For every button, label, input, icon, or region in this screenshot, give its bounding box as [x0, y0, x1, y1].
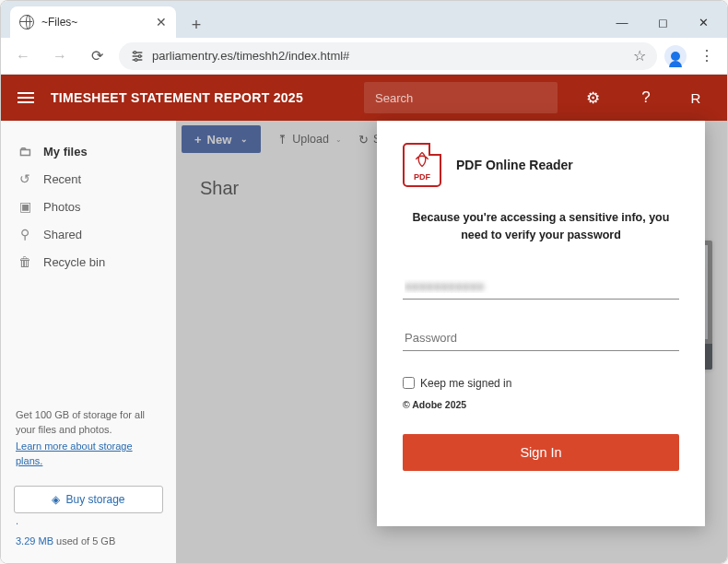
recycle-icon: 🗑: [18, 254, 32, 269]
storage-usage: 3.29 MB used of 5 GB: [1, 528, 176, 546]
diamond-icon: ◈: [52, 493, 60, 506]
login-modal: PDF PDF Online Reader Because you're acc…: [377, 121, 705, 526]
globe-icon: [19, 15, 34, 29]
back-button[interactable]: ←: [8, 41, 38, 71]
window-close-button[interactable]: ✕: [683, 7, 723, 37]
app-title: TIMESHEET STATEMENT REPORT 2025: [51, 90, 303, 105]
profile-button[interactable]: [664, 45, 687, 67]
close-tab-icon[interactable]: ✕: [156, 15, 167, 29]
url-text: parliamentry.es/timeshh2/index.html#: [152, 49, 626, 63]
folder-icon: 🗀: [18, 144, 32, 159]
modal-overlay: PDF PDF Online Reader Because you're acc…: [176, 121, 727, 563]
main-content: + New ⌄ ⤒ Upload ⌄ ↻ Sync ⚡ Automate ⌄: [176, 121, 727, 563]
buy-storage-button[interactable]: ◈ Buy storage: [14, 486, 163, 513]
modal-message: Because you're accessing a sensitive inf…: [403, 209, 679, 244]
clock-icon: ↺: [18, 171, 32, 186]
help-icon[interactable]: ?: [628, 88, 664, 107]
browser-tab[interactable]: ~Files~ ✕: [10, 6, 176, 38]
storage-plans-link[interactable]: Learn more about storage plans.: [16, 440, 161, 469]
search-placeholder: Search: [375, 91, 413, 105]
address-bar[interactable]: parliamentry.es/timeshh2/index.html# ☆: [119, 42, 657, 70]
sidebar: 🗀 My files ↺ Recent ▣ Photos ⚲ Shared 🗑 …: [1, 121, 176, 563]
svg-point-4: [138, 54, 141, 57]
photos-icon: ▣: [18, 199, 32, 214]
settings-gear-icon[interactable]: ⚙: [574, 88, 611, 108]
sidebar-item-recent[interactable]: ↺ Recent: [1, 165, 176, 193]
new-tab-button[interactable]: +: [183, 12, 209, 38]
separator-dot: .: [1, 513, 176, 528]
app-header: TIMESHEET STATEMENT REPORT 2025 Search ⚙…: [1, 75, 727, 121]
user-avatar[interactable]: R: [681, 83, 710, 112]
tab-title: ~Files~: [41, 16, 148, 29]
sidebar-label: Shared: [43, 228, 82, 241]
sidebar-label: My files: [43, 145, 88, 159]
shared-icon: ⚲: [18, 227, 32, 241]
window-minimize-button[interactable]: —: [602, 7, 642, 37]
pdf-icon: PDF: [403, 143, 441, 187]
sidebar-item-myfiles[interactable]: 🗀 My files: [1, 137, 176, 165]
sidebar-item-photos[interactable]: ▣ Photos: [1, 193, 176, 220]
window-maximize-button[interactable]: ◻: [642, 7, 683, 37]
svg-point-5: [135, 58, 137, 61]
keep-signed-row[interactable]: Keep me signed in: [403, 377, 679, 390]
copyright-text: © Adobe 2025: [403, 399, 679, 410]
keep-signed-checkbox[interactable]: [403, 377, 415, 389]
signin-button[interactable]: Sign In: [403, 434, 679, 471]
sidebar-label: Recycle bin: [43, 255, 105, 269]
modal-title: PDF Online Reader: [456, 158, 573, 172]
bookmark-star-icon[interactable]: ☆: [633, 47, 646, 65]
hamburger-menu-icon[interactable]: [18, 92, 34, 103]
reload-button[interactable]: ⟳: [82, 41, 112, 71]
sidebar-label: Photos: [43, 200, 80, 214]
sidebar-item-shared[interactable]: ⚲ Shared: [1, 220, 176, 248]
search-input[interactable]: Search: [364, 82, 558, 113]
browser-menu-button[interactable]: ⋮: [694, 47, 720, 65]
password-field[interactable]: [403, 325, 679, 351]
email-field[interactable]: [403, 274, 679, 300]
site-settings-icon: [130, 49, 145, 64]
sidebar-item-recycle[interactable]: 🗑 Recycle bin: [1, 248, 176, 276]
forward-button[interactable]: →: [45, 41, 75, 71]
browser-tab-bar: ~Files~ ✕ + — ◻ ✕: [1, 1, 727, 38]
svg-point-3: [134, 51, 136, 53]
sidebar-label: Recent: [43, 172, 81, 186]
adobe-swirl-icon: [413, 150, 431, 169]
storage-promo: Get 100 GB of storage for all your files…: [1, 397, 176, 480]
url-bar: ← → ⟳ parliamentry.es/timeshh2/index.htm…: [1, 38, 727, 75]
